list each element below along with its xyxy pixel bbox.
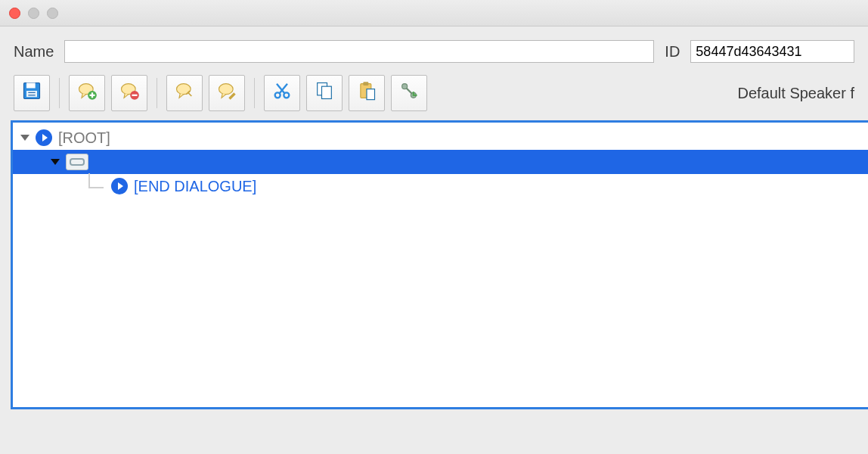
toolbar-separator: [59, 78, 60, 108]
link-node-icon: [66, 154, 88, 170]
svg-rect-17: [367, 89, 375, 100]
paste-button[interactable]: [349, 75, 385, 111]
disclosure-triangle-icon[interactable]: [51, 159, 60, 165]
window-titlebar: [0, 0, 868, 26]
minimize-window-button[interactable]: [28, 8, 39, 19]
close-window-button[interactable]: [9, 8, 20, 19]
disclosure-triangle-icon[interactable]: [20, 135, 29, 141]
tree-root-label: [ROOT]: [58, 129, 110, 147]
copy-icon: [314, 80, 335, 106]
maximize-window-button[interactable]: [47, 8, 58, 19]
svg-point-10: [219, 84, 234, 95]
tree-selected-row[interactable]: [13, 150, 868, 174]
name-label: Name: [14, 43, 54, 61]
form-row: Name ID: [0, 26, 868, 70]
tree-end-label: [END DIALOGUE]: [134, 178, 256, 195]
cut-icon: [271, 80, 293, 106]
insert-link-button[interactable]: [391, 75, 427, 111]
toolbar-separator: [157, 78, 157, 108]
tree-root-row[interactable]: [ROOT]: [13, 126, 868, 150]
save-button[interactable]: [14, 75, 50, 111]
speech-remove-icon: [119, 80, 140, 106]
cut-button[interactable]: [264, 75, 300, 111]
arrow-right-circle-icon: [111, 178, 128, 194]
id-input[interactable]: [690, 40, 854, 63]
name-input[interactable]: [64, 40, 654, 63]
node-link-icon: [398, 80, 420, 106]
toolbar-separator: [254, 78, 255, 108]
dialogue-tree[interactable]: [ROOT] [END DIALOGUE]: [13, 126, 868, 198]
default-speaker-label: Default Speaker f: [737, 85, 854, 102]
arrow-right-circle-icon: [36, 129, 52, 146]
svg-rect-2: [26, 91, 37, 97]
tree-end-row[interactable]: [END DIALOGUE]: [13, 174, 868, 198]
svg-rect-1: [26, 83, 36, 89]
tree-elbow-icon: [88, 173, 104, 188]
add-reply-button[interactable]: [69, 75, 105, 111]
svg-rect-16: [363, 82, 368, 86]
speech-add-icon: [76, 80, 98, 106]
dialogue-tree-panel[interactable]: [ROOT] [END DIALOGUE]: [11, 120, 868, 409]
paste-icon: [356, 80, 377, 106]
copy-button[interactable]: [306, 75, 343, 111]
copy-dialogue-button[interactable]: [166, 75, 203, 111]
speech-edit-icon: [216, 80, 237, 106]
save-icon: [21, 80, 42, 106]
remove-reply-button[interactable]: [111, 75, 147, 111]
speech-copy-icon: [174, 80, 195, 106]
edit-dialogue-button[interactable]: [209, 75, 245, 111]
svg-rect-14: [322, 86, 332, 98]
id-label: ID: [665, 43, 680, 61]
toolbar: Default Speaker f: [0, 70, 868, 120]
